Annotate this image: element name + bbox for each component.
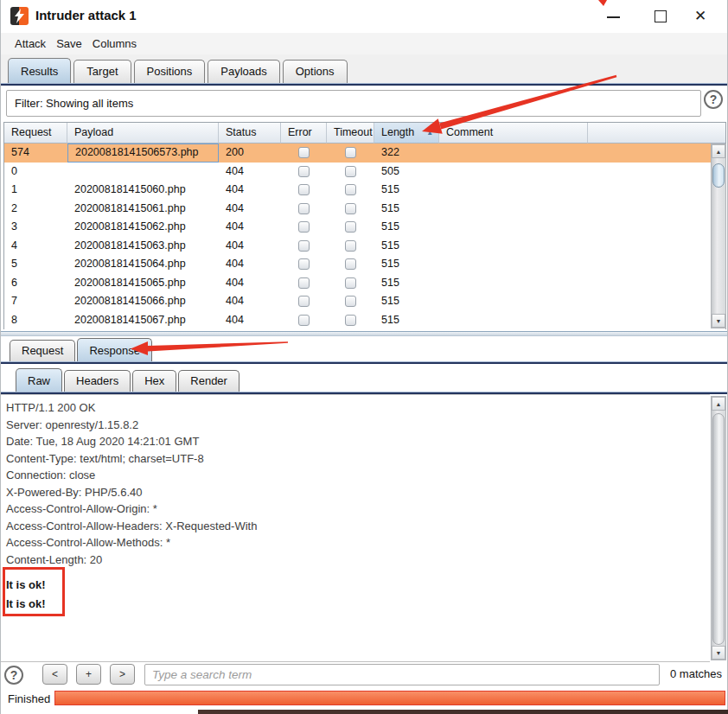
response-line: Content-Length: 20 — [6, 551, 710, 569]
timeout-checkbox[interactable] — [345, 166, 356, 177]
cell-comment — [439, 181, 725, 200]
scroll-up-icon[interactable]: ▲ — [712, 397, 725, 411]
timeout-checkbox[interactable] — [345, 184, 356, 195]
cell-request: 6 — [4, 274, 67, 293]
error-checkbox[interactable] — [298, 203, 310, 214]
column-header-length[interactable]: Length▲ — [374, 123, 439, 143]
table-row[interactable]: 574 20200818141506573.php 200 322 — [4, 143, 725, 163]
filter-bar[interactable]: Filter: Showing all items — [6, 90, 701, 117]
cell-comment — [439, 200, 725, 219]
cell-length: 515 — [374, 218, 439, 237]
cell-request: 3 — [4, 218, 67, 237]
response-body: It is ok!It is ok! — [6, 576, 710, 614]
search-input[interactable] — [144, 664, 660, 685]
table-row[interactable]: 6 202008181415065.php 404 515 — [4, 274, 725, 293]
editor-tab-request[interactable]: Request — [10, 340, 75, 361]
cell-payload: 202008181415061.php — [67, 200, 219, 219]
response-line: Server: openresty/1.15.8.2 — [6, 417, 710, 434]
error-checkbox[interactable] — [298, 240, 310, 252]
column-header-error[interactable]: Error — [281, 123, 327, 143]
minimize-button[interactable] — [594, 0, 634, 33]
tab-positions[interactable]: Positions — [134, 60, 206, 83]
error-checkbox[interactable] — [298, 296, 310, 307]
error-checkbox[interactable] — [298, 221, 310, 233]
cell-status: 404 — [219, 218, 281, 237]
view-tab-raw[interactable]: Raw — [16, 368, 62, 392]
cell-payload: 202008181415062.php — [67, 218, 219, 237]
error-checkbox[interactable] — [298, 166, 310, 177]
editor-tab-response[interactable]: Response — [77, 338, 152, 361]
column-header-payload[interactable]: Payload — [67, 123, 219, 143]
tab-options[interactable]: Options — [283, 60, 348, 83]
scrollbar-thumb[interactable] — [712, 163, 725, 188]
error-checkbox[interactable] — [298, 147, 310, 158]
response-viewer[interactable]: HTTP/1.1 200 OKServer: openresty/1.15.8.… — [1, 394, 710, 662]
column-header-timeout[interactable]: Timeout — [327, 123, 374, 143]
menu-save[interactable]: Save — [51, 35, 87, 52]
response-line: It is ok! — [6, 576, 710, 595]
search-previous-button[interactable]: < — [42, 664, 67, 685]
timeout-checkbox[interactable] — [345, 203, 356, 214]
status-row: Finished — [1, 687, 727, 710]
response-line: Content-Type: text/html; charset=UTF-8 — [6, 450, 710, 468]
cell-request: 0 — [4, 163, 67, 182]
table-row[interactable]: 4 202008181415063.php 404 515 — [4, 237, 725, 256]
timeout-checkbox[interactable] — [345, 221, 356, 233]
table-row[interactable]: 0 404 505 — [4, 163, 725, 182]
table-row[interactable]: 7 202008181415066.php 404 515 — [4, 292, 725, 311]
search-add-button[interactable]: + — [76, 664, 101, 685]
results-scrollbar[interactable]: ▲ ▼ — [711, 143, 726, 328]
menu-attack[interactable]: Attack — [10, 35, 51, 52]
timeout-checkbox[interactable] — [345, 277, 356, 289]
help-icon[interactable]: ? — [704, 90, 723, 109]
response-scrollbar[interactable]: ▲ ▼ — [711, 396, 726, 660]
cell-status: 404 — [219, 181, 281, 200]
view-tab-render[interactable]: Render — [178, 370, 239, 392]
cell-payload: 202008181415066.php — [67, 292, 219, 311]
tab-target[interactable]: Target — [73, 60, 131, 83]
error-checkbox[interactable] — [298, 315, 310, 326]
window-title: Intruder attack 1 — [35, 8, 137, 22]
tab-results[interactable]: Results — [8, 58, 71, 83]
results-table: Request Payload Status Error Timeout Len… — [3, 122, 726, 329]
tab-payloads[interactable]: Payloads — [208, 60, 279, 83]
cell-status: 404 — [219, 255, 281, 274]
error-checkbox[interactable] — [298, 184, 310, 195]
column-header-status[interactable]: Status — [219, 123, 281, 143]
burp-app-icon — [10, 7, 29, 25]
maximize-button[interactable] — [641, 0, 680, 33]
cell-payload: 202008181415067.php — [67, 311, 219, 330]
timeout-checkbox[interactable] — [345, 315, 356, 326]
table-row[interactable]: 1 202008181415060.php 404 515 — [4, 181, 725, 200]
scroll-down-icon[interactable]: ▼ — [712, 314, 725, 328]
window-shadow — [198, 710, 728, 714]
timeout-checkbox[interactable] — [345, 258, 356, 270]
timeout-checkbox[interactable] — [345, 296, 356, 307]
view-tab-hex[interactable]: Hex — [132, 370, 176, 392]
cell-comment — [439, 274, 725, 293]
response-line: Connection: close — [6, 467, 710, 484]
scroll-up-icon[interactable]: ▲ — [712, 144, 725, 158]
view-tab-strip: RawHeadersHexRender — [1, 364, 727, 392]
close-button[interactable]: ✕ — [680, 0, 720, 33]
timeout-checkbox[interactable] — [345, 240, 356, 252]
response-line: Access-Control-Allow-Headers: X-Requeste… — [6, 518, 710, 535]
table-row[interactable]: 2 202008181415061.php 404 515 — [4, 200, 725, 219]
scroll-down-icon[interactable]: ▼ — [712, 646, 725, 660]
timeout-checkbox[interactable] — [345, 147, 356, 158]
column-header-request[interactable]: Request — [4, 123, 67, 143]
view-tab-headers[interactable]: Headers — [64, 370, 131, 392]
help-icon[interactable]: ? — [4, 666, 23, 685]
error-checkbox[interactable] — [298, 258, 310, 270]
table-row[interactable]: 3 202008181415062.php 404 515 — [4, 218, 725, 237]
response-line: Date: Tue, 18 Aug 2020 14:21:01 GMT — [6, 433, 710, 450]
cell-status: 404 — [219, 163, 281, 182]
table-row[interactable]: 5 202008181415064.php 404 515 — [4, 255, 725, 274]
menu-columns[interactable]: Columns — [87, 35, 142, 52]
error-checkbox[interactable] — [298, 277, 310, 289]
scrollbar-thumb[interactable] — [712, 413, 725, 645]
response-line: It is ok! — [6, 595, 710, 614]
column-header-comment[interactable]: Comment — [439, 123, 588, 143]
table-row[interactable]: 8 202008181415067.php 404 515 — [4, 311, 725, 330]
search-next-button[interactable]: > — [110, 664, 135, 685]
